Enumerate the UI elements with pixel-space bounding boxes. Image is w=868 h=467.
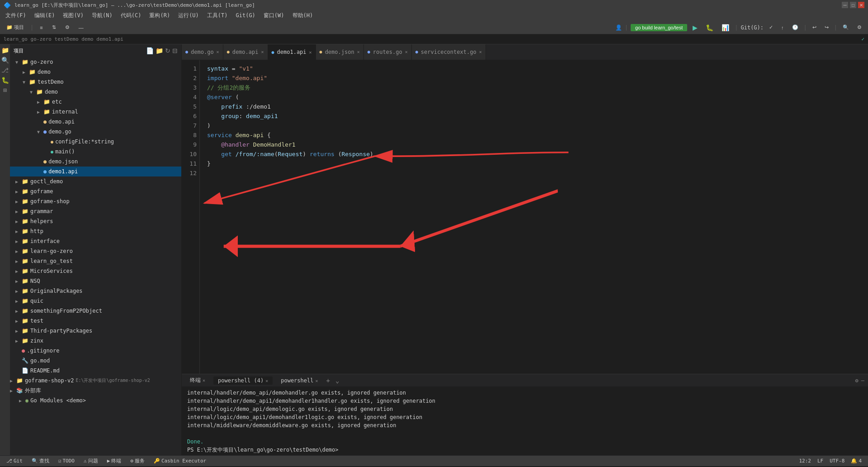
tree-item-helpers[interactable]: ▶📁helpers	[10, 216, 181, 226]
status-todo-btn[interactable]: ☑ TODO	[56, 457, 77, 465]
search-button[interactable]: 🔍	[840, 24, 852, 31]
tree-item-demo-root[interactable]: ▶📁demo	[10, 67, 181, 77]
settings-gear-btn[interactable]: ⚙	[854, 24, 864, 31]
code-editor[interactable]: syntax = "v1" import "demo.api" // 分组2的服…	[200, 60, 868, 374]
tree-item-goframe-shop-v2[interactable]: ▶📁goframe-shop-v2 E:\开发中项目\goframe-shop-…	[10, 376, 181, 386]
close-button[interactable]: ✕	[858, 2, 864, 8]
activity-explorer[interactable]: 📁	[1, 46, 9, 54]
menu-git[interactable]: Git(G)	[232, 11, 259, 19]
tree-item-demo-api[interactable]: ▶●demo.api	[10, 117, 181, 127]
tab-demo-json[interactable]: ● demo.json ✕	[316, 44, 364, 60]
status-services-btn[interactable]: ⚙ 服务	[127, 457, 147, 465]
sidebar-new-file-btn[interactable]: 📄	[146, 47, 154, 54]
minimize-button[interactable]: ─	[842, 2, 848, 8]
terminal-content[interactable]: internal/handler/demo_api/demohandler.go…	[182, 387, 868, 455]
tree-item-somethingfromp2p[interactable]: ▶📁somethingFromP2PObject	[10, 306, 181, 316]
tab-demo-api[interactable]: ● demo.api ✕	[223, 44, 268, 60]
tree-item-go-modules[interactable]: ▶◉Go Modules <demo>	[10, 396, 181, 405]
tree-item-demo-sub[interactable]: ▼📁demo	[10, 87, 181, 97]
undo-button[interactable]: ↩	[810, 24, 819, 31]
tree-item-quic[interactable]: ▶📁quic	[10, 296, 181, 306]
tree-item-test[interactable]: ▶📁test	[10, 316, 181, 326]
toolbar-settings-btn[interactable]: ⚙	[62, 24, 72, 31]
tab-demo1-api[interactable]: ● demo1.api ✕	[268, 44, 316, 60]
tree-item-readme[interactable]: ▶📄README.md	[10, 366, 181, 376]
tree-item-demo-json[interactable]: ▶●demo.json	[10, 157, 181, 167]
toolbar-list-btn[interactable]: ≡	[37, 24, 45, 31]
redo-button[interactable]: ↪	[822, 24, 831, 31]
toolbar-collapse-btn[interactable]: —	[76, 24, 86, 31]
status-git-btn[interactable]: ⎇ Git	[4, 457, 25, 465]
tree-item-interface[interactable]: ▶📁interface	[10, 236, 181, 246]
tree-item-goframe-shop[interactable]: ▶📁goframe-shop	[10, 196, 181, 206]
tab-routes-go[interactable]: ● routes.go ✕	[364, 44, 412, 60]
activity-git[interactable]: ⎇	[1, 66, 9, 74]
tree-item-learn-go-zero[interactable]: ▶📁learn-go-zero	[10, 246, 181, 256]
tree-item-internal[interactable]: ▶📁internal	[10, 107, 181, 117]
tab-demo-go[interactable]: ● demo.go ✕	[182, 44, 223, 60]
menu-help[interactable]: 帮助(H)	[289, 11, 317, 20]
git-update-btn[interactable]: ✓	[766, 24, 776, 31]
menu-navigate[interactable]: 导航(N)	[88, 11, 116, 20]
tab-close-demo-go[interactable]: ✕	[217, 49, 219, 54]
tree-item-go-mod[interactable]: ▶🔧go.mod	[10, 356, 181, 366]
tab-close-servicecontext-go[interactable]: ✕	[479, 49, 482, 54]
tree-item-nsq[interactable]: ▶📁NSQ	[10, 276, 181, 286]
maximize-button[interactable]: □	[850, 2, 856, 8]
tree-item-go-zero[interactable]: ▼📁go-zero	[10, 57, 181, 67]
toolbar-sort-btn[interactable]: ⇅	[49, 24, 59, 31]
terminal-tab-powershell4[interactable]: powershell (4)✕	[213, 376, 273, 385]
tab-close-routes-go[interactable]: ✕	[405, 49, 408, 54]
tree-item-testdemo[interactable]: ▼📁testDemo	[10, 77, 181, 87]
menu-code[interactable]: 代码(C)	[117, 11, 145, 20]
terminal-tab-terminal[interactable]: 终端✕	[185, 376, 210, 385]
sidebar-refresh-btn[interactable]: ↻	[165, 47, 170, 54]
tree-item-learn-go-test[interactable]: ▶📁learn_go_test	[10, 256, 181, 266]
tree-item-goctl-demo[interactable]: ▶📁goctl_demo	[10, 176, 181, 186]
status-lf[interactable]: LF	[815, 457, 826, 465]
tree-item-microservices[interactable]: ▶📁MicroServices	[10, 266, 181, 276]
activity-extensions[interactable]: ⊞	[1, 86, 9, 94]
debug-button[interactable]: 🐛	[703, 23, 716, 32]
status-notifications[interactable]: 🔔 4	[848, 457, 864, 465]
terminal-tab-close-terminal[interactable]: ✕	[203, 378, 205, 383]
status-casbin-btn[interactable]: 🔑 Casbin Executor	[151, 457, 209, 465]
git-history-btn[interactable]: 🕐	[789, 24, 801, 31]
run-config-button[interactable]: go build learn_go/test	[631, 24, 687, 31]
status-search-btn[interactable]: 🔍 查找	[29, 457, 52, 465]
terminal-tab-close-ps4[interactable]: ✕	[265, 378, 268, 383]
terminal-tab-powershell[interactable]: powershell✕	[276, 376, 322, 385]
run-button[interactable]: ▶	[690, 23, 700, 32]
sidebar-new-folder-btn[interactable]: 📁	[156, 47, 163, 54]
tab-close-demo-json[interactable]: ✕	[357, 49, 360, 54]
activity-search[interactable]: 🔍	[1, 56, 9, 64]
tree-item-thirdparty[interactable]: ▶📁Third-partyPackages	[10, 326, 181, 336]
menu-window[interactable]: 窗口(W)	[260, 11, 288, 20]
menu-refactor[interactable]: 重构(R)	[146, 11, 174, 20]
terminal-tab-close-ps[interactable]: ✕	[315, 378, 318, 383]
terminal-add-btn[interactable]: +	[326, 377, 330, 384]
tree-item-http[interactable]: ▶📁http	[10, 226, 181, 236]
status-problems-btn[interactable]: ⚠ 问题	[81, 457, 101, 465]
status-terminal-btn[interactable]: ▶ 终端	[104, 457, 124, 465]
tree-item-zinx[interactable]: ▶📁zinx	[10, 336, 181, 346]
tree-item-goframe[interactable]: ▶📁goframe	[10, 186, 181, 196]
menu-edit[interactable]: 编辑(E)	[31, 11, 59, 20]
tree-item-originalpackages[interactable]: ▶📁OriginalPackages	[10, 286, 181, 296]
menu-run[interactable]: 运行(U)	[175, 11, 203, 20]
tree-item-gitignore[interactable]: ▶●.gitignore	[10, 346, 181, 356]
tree-item-configfile[interactable]: ▶●configFile:*string	[10, 137, 181, 147]
sidebar-collapse-btn[interactable]: ⊟	[172, 47, 178, 54]
status-charset[interactable]: UTF-8	[827, 457, 847, 465]
menu-file[interactable]: 文件(F)	[2, 11, 30, 20]
terminal-expand-btn[interactable]: ⌄	[335, 377, 339, 384]
activity-debug[interactable]: 🐛	[1, 76, 9, 84]
menu-tools[interactable]: 工具(T)	[203, 11, 231, 20]
status-position[interactable]: 12:2	[797, 457, 814, 465]
tree-item-grammar[interactable]: ▶📁grammar	[10, 206, 181, 216]
tab-close-demo-api[interactable]: ✕	[261, 49, 264, 54]
tree-item-demo1-api[interactable]: ▶●demo1.api	[10, 167, 181, 176]
tree-item-external-libs[interactable]: ▶📚外部库	[10, 386, 181, 396]
tree-item-main[interactable]: ▶●main()	[10, 147, 181, 157]
tab-close-demo1-api[interactable]: ✕	[309, 50, 312, 55]
